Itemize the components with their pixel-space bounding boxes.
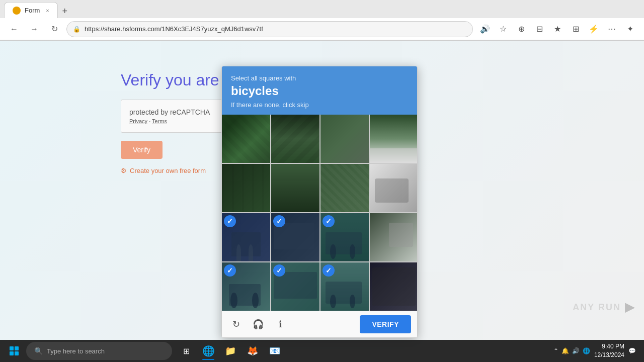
firefox-icon: 🦊 bbox=[247, 345, 258, 356]
start-button[interactable] bbox=[4, 341, 24, 361]
check-icon-12: ✓ bbox=[224, 264, 236, 277]
taskbar-right: ⌃ 🔔 🔊 🌐 9:40 PM 12/13/2024 💬 bbox=[553, 342, 640, 359]
check-icon-9: ✓ bbox=[273, 215, 285, 227]
info-captcha-button[interactable]: ℹ bbox=[272, 316, 288, 332]
clock: 9:40 PM bbox=[594, 342, 624, 351]
terms-link[interactable]: Terms bbox=[152, 118, 167, 124]
captcha-header: Select all squares with bicycles If ther… bbox=[222, 66, 417, 115]
new-tab-button[interactable]: + bbox=[58, 4, 72, 18]
page-content: Verify you are human! protected by reCAP… bbox=[0, 41, 644, 344]
taskbar-firefox-button[interactable]: 🦊 bbox=[243, 341, 263, 361]
extensions2-button[interactable]: ⚡ bbox=[586, 21, 602, 37]
volume-icon: 🔊 bbox=[572, 347, 580, 354]
captcha-image-grid: ✓ ✓ ✓ bbox=[222, 115, 417, 311]
watermark: ANY RUN ▶ bbox=[573, 300, 634, 314]
read-aloud-button[interactable]: 🔊 bbox=[477, 21, 493, 37]
check-icon-10: ✓ bbox=[323, 215, 335, 227]
audio-captcha-button[interactable]: 🎧 bbox=[250, 316, 266, 332]
captcha-instruction: If there are none, click skip bbox=[231, 101, 408, 109]
address-bar[interactable]: 🔒 https://share.hsforms.com/1N6Xc3EJ4S7y… bbox=[66, 21, 473, 37]
create-link-text[interactable]: Create your own free form bbox=[130, 167, 206, 174]
forward-button[interactable]: → bbox=[26, 21, 42, 37]
captcha-cell-0[interactable] bbox=[222, 115, 270, 163]
back-button[interactable]: ← bbox=[6, 21, 22, 37]
refresh-icon: ↻ bbox=[232, 319, 240, 330]
captcha-overlay: Select all squares with bicycles If ther… bbox=[221, 66, 418, 338]
browser-favorites-btn[interactable]: ★ bbox=[549, 21, 566, 37]
task-view-icon: ⊞ bbox=[183, 346, 190, 356]
captcha-cell-14[interactable]: ✓ bbox=[320, 262, 369, 311]
check-icon-14: ✓ bbox=[323, 264, 335, 277]
tab-bar: Form × + bbox=[0, 0, 644, 18]
captcha-footer: ↻ 🎧 ℹ VERIFY bbox=[222, 311, 417, 337]
time-date[interactable]: 9:40 PM 12/13/2024 bbox=[594, 342, 624, 359]
tab-close-button[interactable]: × bbox=[46, 8, 49, 14]
windows-logo bbox=[10, 346, 19, 355]
notification-badge: 💬 bbox=[628, 347, 636, 354]
settings-button[interactable]: ⋯ bbox=[604, 21, 620, 37]
nav-bar: ← → ↻ 🔒 https://share.hsforms.com/1N6Xc3… bbox=[0, 18, 644, 40]
captcha-cell-6[interactable] bbox=[320, 164, 369, 212]
up-arrow-icon[interactable]: ⌃ bbox=[553, 347, 558, 354]
audio-icon: 🎧 bbox=[253, 319, 264, 330]
check-icon-8: ✓ bbox=[224, 215, 236, 227]
network-icon: 🌐 bbox=[583, 347, 590, 354]
notification-icon: 🔔 bbox=[561, 347, 569, 354]
captcha-prompt: Select all squares with bbox=[231, 74, 408, 82]
check-icon-13: ✓ bbox=[273, 264, 285, 277]
taskbar-outlook-button[interactable]: 📧 bbox=[265, 341, 285, 361]
info-icon: ℹ bbox=[279, 319, 282, 330]
copilot-button[interactable]: ✦ bbox=[622, 21, 638, 37]
taskbar-explorer-button[interactable]: 📁 bbox=[220, 341, 240, 361]
refresh-captcha-button[interactable]: ↻ bbox=[228, 316, 244, 332]
captcha-cell-2[interactable] bbox=[320, 115, 369, 163]
explorer-icon: 📁 bbox=[225, 345, 236, 356]
tab-label: Form bbox=[25, 7, 40, 14]
captcha-cell-8[interactable]: ✓ bbox=[222, 213, 270, 261]
captcha-footer-actions: ↻ 🎧 ℹ bbox=[228, 316, 288, 332]
search-placeholder: Type here to search bbox=[47, 347, 105, 355]
collections-button[interactable]: ⊞ bbox=[568, 21, 584, 37]
captcha-cell-15[interactable] bbox=[370, 262, 418, 311]
ssl-icon: 🔒 bbox=[73, 26, 80, 33]
edge-icon: 🌐 bbox=[202, 345, 215, 357]
outlook-icon: 📧 bbox=[269, 345, 280, 356]
split-button[interactable]: ⊟ bbox=[531, 21, 547, 37]
extensions-button[interactable]: ⊕ bbox=[513, 21, 529, 37]
nav-actions: 🔊 ☆ ⊕ ⊟ ★ ⊞ ⚡ ⋯ ✦ bbox=[477, 21, 638, 37]
search-icon: 🔍 bbox=[34, 347, 43, 355]
captcha-cell-1[interactable] bbox=[271, 115, 319, 163]
refresh-button[interactable]: ↻ bbox=[46, 21, 62, 37]
url-text: https://share.hsforms.com/1N6Xc3EJ4S7yuz… bbox=[85, 25, 263, 33]
system-tray: ⌃ 🔔 🔊 🌐 bbox=[553, 347, 590, 354]
taskbar-search[interactable]: 🔍 Type here to search bbox=[26, 342, 172, 360]
favorites-button[interactable]: ☆ bbox=[495, 21, 511, 37]
watermark-logo: ▶ bbox=[625, 300, 634, 314]
captcha-cell-7[interactable] bbox=[370, 164, 418, 212]
browser-tab[interactable]: Form × bbox=[4, 2, 58, 18]
tab-favicon bbox=[13, 7, 21, 15]
browser-chrome: Form × + ← → ↻ 🔒 https://share.hsforms.c… bbox=[0, 0, 644, 41]
privacy-link[interactable]: Privacy bbox=[129, 118, 147, 124]
hubspot-icon: ⚙ bbox=[121, 167, 127, 174]
task-view-button[interactable]: ⊞ bbox=[176, 341, 196, 361]
captcha-cell-11[interactable] bbox=[370, 213, 418, 261]
captcha-cell-9[interactable]: ✓ bbox=[271, 213, 319, 261]
captcha-verify-button[interactable]: VERIFY bbox=[360, 315, 411, 333]
captcha-cell-3[interactable] bbox=[370, 115, 418, 163]
form-verify-button[interactable]: Verify bbox=[121, 141, 163, 159]
watermark-text: ANY RUN bbox=[573, 302, 621, 313]
captcha-cell-10[interactable]: ✓ bbox=[320, 213, 369, 261]
captcha-cell-4[interactable] bbox=[222, 164, 270, 212]
taskbar: 🔍 Type here to search ⊞ 🌐 📁 🦊 📧 ⌃ 🔔 🔊 bbox=[0, 340, 644, 362]
taskbar-edge-button[interactable]: 🌐 bbox=[198, 341, 218, 361]
captcha-cell-5[interactable] bbox=[271, 164, 319, 212]
captcha-cell-13[interactable]: ✓ bbox=[271, 262, 319, 311]
date-display: 12/13/2024 bbox=[594, 351, 624, 359]
taskbar-items: ⊞ 🌐 📁 🦊 📧 bbox=[176, 341, 285, 361]
captcha-cell-12[interactable]: ✓ bbox=[222, 262, 270, 311]
captcha-subject: bicycles bbox=[231, 84, 408, 98]
